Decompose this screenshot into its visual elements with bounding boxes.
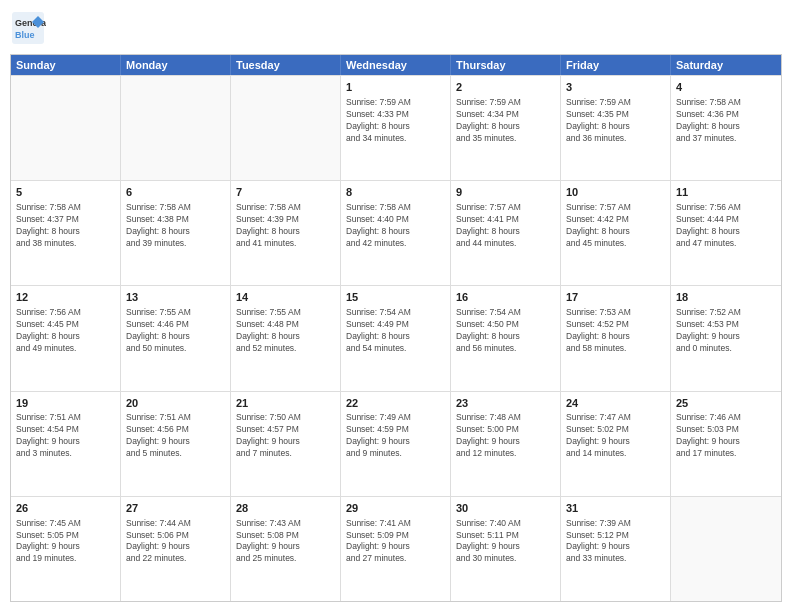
day-number: 20 — [126, 396, 225, 411]
cell-daylight-info: Sunrise: 7:56 AMSunset: 4:44 PMDaylight:… — [676, 202, 776, 250]
calendar-row: 12Sunrise: 7:56 AMSunset: 4:45 PMDayligh… — [11, 285, 781, 390]
calendar-row: 1Sunrise: 7:59 AMSunset: 4:33 PMDaylight… — [11, 75, 781, 180]
day-number: 12 — [16, 290, 115, 305]
weekday-header: Tuesday — [231, 55, 341, 75]
day-number: 11 — [676, 185, 776, 200]
calendar-cell: 25Sunrise: 7:46 AMSunset: 5:03 PMDayligh… — [671, 392, 781, 496]
cell-daylight-info: Sunrise: 7:58 AMSunset: 4:40 PMDaylight:… — [346, 202, 445, 250]
calendar: SundayMondayTuesdayWednesdayThursdayFrid… — [10, 54, 782, 602]
day-number: 23 — [456, 396, 555, 411]
cell-daylight-info: Sunrise: 7:51 AMSunset: 4:54 PMDaylight:… — [16, 412, 115, 460]
day-number: 21 — [236, 396, 335, 411]
calendar-cell: 14Sunrise: 7:55 AMSunset: 4:48 PMDayligh… — [231, 286, 341, 390]
day-number: 8 — [346, 185, 445, 200]
calendar-cell: 29Sunrise: 7:41 AMSunset: 5:09 PMDayligh… — [341, 497, 451, 601]
cell-daylight-info: Sunrise: 7:55 AMSunset: 4:48 PMDaylight:… — [236, 307, 335, 355]
cell-daylight-info: Sunrise: 7:40 AMSunset: 5:11 PMDaylight:… — [456, 518, 555, 566]
cell-daylight-info: Sunrise: 7:45 AMSunset: 5:05 PMDaylight:… — [16, 518, 115, 566]
cell-daylight-info: Sunrise: 7:41 AMSunset: 5:09 PMDaylight:… — [346, 518, 445, 566]
day-number: 6 — [126, 185, 225, 200]
calendar-cell: 15Sunrise: 7:54 AMSunset: 4:49 PMDayligh… — [341, 286, 451, 390]
calendar-cell: 31Sunrise: 7:39 AMSunset: 5:12 PMDayligh… — [561, 497, 671, 601]
logo: General Blue — [10, 10, 46, 46]
cell-daylight-info: Sunrise: 7:43 AMSunset: 5:08 PMDaylight:… — [236, 518, 335, 566]
cell-daylight-info: Sunrise: 7:58 AMSunset: 4:37 PMDaylight:… — [16, 202, 115, 250]
calendar-row: 26Sunrise: 7:45 AMSunset: 5:05 PMDayligh… — [11, 496, 781, 601]
cell-daylight-info: Sunrise: 7:53 AMSunset: 4:52 PMDaylight:… — [566, 307, 665, 355]
calendar-cell: 26Sunrise: 7:45 AMSunset: 5:05 PMDayligh… — [11, 497, 121, 601]
calendar-cell — [231, 76, 341, 180]
cell-daylight-info: Sunrise: 7:54 AMSunset: 4:50 PMDaylight:… — [456, 307, 555, 355]
calendar-cell: 5Sunrise: 7:58 AMSunset: 4:37 PMDaylight… — [11, 181, 121, 285]
page-header: General Blue — [10, 10, 782, 46]
day-number: 7 — [236, 185, 335, 200]
weekday-header: Wednesday — [341, 55, 451, 75]
calendar-cell: 1Sunrise: 7:59 AMSunset: 4:33 PMDaylight… — [341, 76, 451, 180]
day-number: 18 — [676, 290, 776, 305]
cell-daylight-info: Sunrise: 7:58 AMSunset: 4:36 PMDaylight:… — [676, 97, 776, 145]
cell-daylight-info: Sunrise: 7:48 AMSunset: 5:00 PMDaylight:… — [456, 412, 555, 460]
calendar-cell: 28Sunrise: 7:43 AMSunset: 5:08 PMDayligh… — [231, 497, 341, 601]
calendar-cell: 27Sunrise: 7:44 AMSunset: 5:06 PMDayligh… — [121, 497, 231, 601]
day-number: 28 — [236, 501, 335, 516]
cell-daylight-info: Sunrise: 7:59 AMSunset: 4:35 PMDaylight:… — [566, 97, 665, 145]
weekday-header: Sunday — [11, 55, 121, 75]
weekday-header: Saturday — [671, 55, 781, 75]
calendar-cell: 17Sunrise: 7:53 AMSunset: 4:52 PMDayligh… — [561, 286, 671, 390]
calendar-cell: 3Sunrise: 7:59 AMSunset: 4:35 PMDaylight… — [561, 76, 671, 180]
day-number: 31 — [566, 501, 665, 516]
cell-daylight-info: Sunrise: 7:54 AMSunset: 4:49 PMDaylight:… — [346, 307, 445, 355]
calendar-cell: 8Sunrise: 7:58 AMSunset: 4:40 PMDaylight… — [341, 181, 451, 285]
calendar-body: 1Sunrise: 7:59 AMSunset: 4:33 PMDaylight… — [11, 75, 781, 601]
calendar-cell — [671, 497, 781, 601]
calendar-cell — [121, 76, 231, 180]
day-number: 25 — [676, 396, 776, 411]
day-number: 26 — [16, 501, 115, 516]
cell-daylight-info: Sunrise: 7:59 AMSunset: 4:33 PMDaylight:… — [346, 97, 445, 145]
calendar-cell — [11, 76, 121, 180]
cell-daylight-info: Sunrise: 7:46 AMSunset: 5:03 PMDaylight:… — [676, 412, 776, 460]
calendar-cell: 22Sunrise: 7:49 AMSunset: 4:59 PMDayligh… — [341, 392, 451, 496]
calendar-cell: 16Sunrise: 7:54 AMSunset: 4:50 PMDayligh… — [451, 286, 561, 390]
calendar-cell: 12Sunrise: 7:56 AMSunset: 4:45 PMDayligh… — [11, 286, 121, 390]
day-number: 30 — [456, 501, 555, 516]
logo-svg: General Blue — [10, 10, 46, 46]
cell-daylight-info: Sunrise: 7:51 AMSunset: 4:56 PMDaylight:… — [126, 412, 225, 460]
calendar-row: 19Sunrise: 7:51 AMSunset: 4:54 PMDayligh… — [11, 391, 781, 496]
day-number: 13 — [126, 290, 225, 305]
day-number: 10 — [566, 185, 665, 200]
day-number: 19 — [16, 396, 115, 411]
day-number: 4 — [676, 80, 776, 95]
day-number: 16 — [456, 290, 555, 305]
cell-daylight-info: Sunrise: 7:52 AMSunset: 4:53 PMDaylight:… — [676, 307, 776, 355]
cell-daylight-info: Sunrise: 7:49 AMSunset: 4:59 PMDaylight:… — [346, 412, 445, 460]
calendar-cell: 24Sunrise: 7:47 AMSunset: 5:02 PMDayligh… — [561, 392, 671, 496]
day-number: 24 — [566, 396, 665, 411]
cell-daylight-info: Sunrise: 7:47 AMSunset: 5:02 PMDaylight:… — [566, 412, 665, 460]
day-number: 1 — [346, 80, 445, 95]
calendar-header: SundayMondayTuesdayWednesdayThursdayFrid… — [11, 55, 781, 75]
calendar-cell: 2Sunrise: 7:59 AMSunset: 4:34 PMDaylight… — [451, 76, 561, 180]
svg-text:Blue: Blue — [15, 30, 35, 40]
calendar-cell: 18Sunrise: 7:52 AMSunset: 4:53 PMDayligh… — [671, 286, 781, 390]
day-number: 27 — [126, 501, 225, 516]
cell-daylight-info: Sunrise: 7:56 AMSunset: 4:45 PMDaylight:… — [16, 307, 115, 355]
cell-daylight-info: Sunrise: 7:58 AMSunset: 4:39 PMDaylight:… — [236, 202, 335, 250]
day-number: 5 — [16, 185, 115, 200]
calendar-cell: 23Sunrise: 7:48 AMSunset: 5:00 PMDayligh… — [451, 392, 561, 496]
day-number: 14 — [236, 290, 335, 305]
calendar-cell: 19Sunrise: 7:51 AMSunset: 4:54 PMDayligh… — [11, 392, 121, 496]
calendar-cell: 4Sunrise: 7:58 AMSunset: 4:36 PMDaylight… — [671, 76, 781, 180]
calendar-cell: 30Sunrise: 7:40 AMSunset: 5:11 PMDayligh… — [451, 497, 561, 601]
cell-daylight-info: Sunrise: 7:58 AMSunset: 4:38 PMDaylight:… — [126, 202, 225, 250]
calendar-cell: 6Sunrise: 7:58 AMSunset: 4:38 PMDaylight… — [121, 181, 231, 285]
cell-daylight-info: Sunrise: 7:57 AMSunset: 4:41 PMDaylight:… — [456, 202, 555, 250]
day-number: 17 — [566, 290, 665, 305]
calendar-cell: 11Sunrise: 7:56 AMSunset: 4:44 PMDayligh… — [671, 181, 781, 285]
day-number: 3 — [566, 80, 665, 95]
cell-daylight-info: Sunrise: 7:44 AMSunset: 5:06 PMDaylight:… — [126, 518, 225, 566]
weekday-header: Friday — [561, 55, 671, 75]
day-number: 22 — [346, 396, 445, 411]
day-number: 9 — [456, 185, 555, 200]
calendar-cell: 21Sunrise: 7:50 AMSunset: 4:57 PMDayligh… — [231, 392, 341, 496]
